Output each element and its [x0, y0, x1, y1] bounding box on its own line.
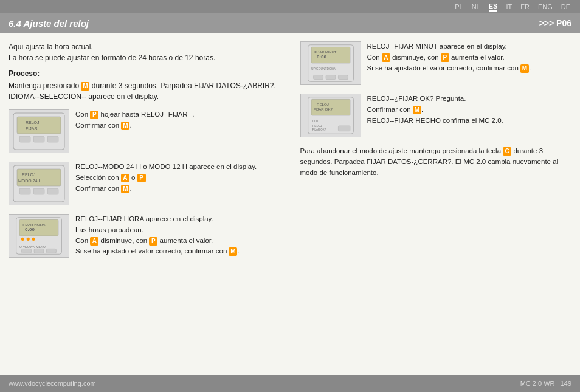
- step-text-2: RELOJ--MODO 24 H o MODO 12 H aparece en …: [75, 162, 280, 194]
- svg-rect-1: [17, 117, 61, 134]
- process-text: Mantenga presionado M durante 3 segundos…: [9, 80, 280, 102]
- device-svg-3: FIJAR HORA 0:00 UP/DOWN MENU: [12, 216, 66, 255]
- nav-eng[interactable]: ENG: [538, 3, 553, 10]
- svg-rect-40: [338, 126, 350, 131]
- footer-product: MC 2.0 WR 149: [520, 380, 571, 387]
- svg-text:0:00: 0:00: [316, 54, 326, 60]
- footer-url: www.vdocyclecomputing.com: [9, 380, 96, 387]
- top-nav: PL NL ES IT FR ENG DE: [0, 0, 580, 13]
- key-p-3: P: [149, 237, 157, 246]
- svg-text:FIJAR: FIJAR: [26, 126, 37, 131]
- svg-rect-32: [338, 75, 348, 80]
- key-p-1: P: [90, 111, 98, 119]
- svg-text:RELOJ: RELOJ: [312, 125, 322, 128]
- key-m-3: M: [229, 247, 237, 256]
- svg-rect-5: [33, 136, 44, 142]
- step-row-3: FIJAR HORA 0:00 UP/DOWN MENU RELOJ--FIJA…: [9, 214, 280, 258]
- nav-de[interactable]: DE: [561, 3, 570, 10]
- right-device-svg-1: FIJAR MINUT 0:00 UP/COUNTDOWN: [304, 44, 357, 83]
- step-text-3: RELOJ--FIJAR HORA aparece en el display.…: [75, 214, 280, 257]
- key-m-1: M: [121, 122, 129, 130]
- device-svg-2: RELOJ MODO 24 H: [12, 164, 66, 203]
- svg-rect-6: [47, 136, 58, 142]
- svg-rect-31: [326, 75, 336, 80]
- svg-text:FIJAR OK?: FIJAR OK?: [312, 128, 326, 131]
- step-image-1: RELOJ FIJAR: [9, 109, 69, 153]
- svg-rect-23: [34, 249, 44, 253]
- step-row-1: RELOJ FIJAR Con P hojear hasta RELOJ--FI…: [9, 109, 280, 153]
- header-bar: 6.4 Ajuste del reloj >>> P06: [0, 13, 580, 33]
- nav-es[interactable]: ES: [489, 2, 498, 12]
- svg-text:MODO 24 H: MODO 24 H: [18, 179, 42, 183]
- intro-line1: Aquí ajusta la hora actual. La hora se p…: [9, 41, 280, 63]
- svg-point-20: [32, 238, 35, 241]
- svg-text:000: 000: [312, 119, 317, 123]
- right-step-image-1: FIJAR MINUT 0:00 UP/COUNTDOWN: [300, 41, 361, 85]
- page-number: >>> P06: [539, 18, 571, 28]
- footer: www.vdocyclecomputing.com MC 2.0 WR 149: [0, 375, 580, 392]
- svg-rect-24: [46, 249, 56, 253]
- svg-text:0:00: 0:00: [25, 227, 35, 232]
- key-a-2: A: [121, 174, 129, 182]
- key-p-r1: P: [441, 53, 449, 62]
- step-text-1: Con P hojear hasta RELOJ--FIJAR--.Confir…: [75, 109, 280, 131]
- right-column: FIJAR MINUT 0:00 UP/COUNTDOWN RELOJ--FIJ…: [289, 41, 572, 375]
- nav-it[interactable]: IT: [506, 3, 512, 10]
- main-content: Aquí ajusta la hora actual. La hora se p…: [0, 33, 580, 375]
- nav-pl[interactable]: PL: [455, 3, 463, 10]
- right-device-svg-2: RELOJ FIJAR OK? 000 RELOJ FIJAR OK?: [304, 96, 357, 135]
- svg-rect-4: [19, 136, 30, 142]
- svg-text:FIJAR OK?: FIJAR OK?: [313, 107, 333, 111]
- svg-text:UP/DOWN MENU: UP/DOWN MENU: [19, 245, 46, 249]
- svg-text:UP/COUNTDOWN: UP/COUNTDOWN: [311, 67, 336, 70]
- svg-rect-22: [22, 249, 32, 253]
- key-m-2: M: [121, 185, 129, 193]
- svg-rect-11: [19, 188, 30, 194]
- svg-point-19: [27, 238, 30, 241]
- bottom-paragraph: Para abandonar el modo de ajuste manteng…: [300, 146, 572, 178]
- key-m-r1: M: [520, 64, 529, 73]
- key-a-r1: A: [382, 53, 390, 62]
- key-c-para: C: [503, 147, 511, 156]
- nav-fr[interactable]: FR: [520, 3, 530, 10]
- right-step-text-1: RELOJ--FIJAR MINUT aparece en el display…: [367, 41, 572, 74]
- svg-rect-8: [17, 169, 61, 186]
- right-step-text-2: RELOJ--¿FIJAR OK? Pregunta.Confirmar con…: [367, 94, 572, 126]
- right-step-row-2: RELOJ FIJAR OK? 000 RELOJ FIJAR OK? RELO…: [300, 94, 572, 137]
- svg-text:RELOJ: RELOJ: [26, 120, 40, 125]
- process-label: Proceso:: [9, 69, 280, 78]
- right-step-row-1: FIJAR MINUT 0:00 UP/COUNTDOWN RELOJ--FIJ…: [300, 41, 572, 85]
- left-column: Aquí ajusta la hora actual. La hora se p…: [9, 41, 289, 375]
- svg-text:RELOJ: RELOJ: [316, 102, 328, 106]
- svg-rect-12: [33, 188, 44, 194]
- step-image-2: RELOJ MODO 24 H: [9, 162, 69, 205]
- svg-text:FIJAR HORA: FIJAR HORA: [22, 222, 46, 227]
- right-step-image-2: RELOJ FIJAR OK? 000 RELOJ FIJAR OK?: [300, 94, 361, 137]
- device-svg-1: RELOJ FIJAR: [12, 112, 66, 151]
- svg-rect-30: [313, 75, 323, 80]
- svg-point-18: [21, 238, 24, 241]
- key-p-2: P: [137, 174, 146, 182]
- nav-nl[interactable]: NL: [472, 3, 480, 10]
- svg-rect-13: [47, 188, 58, 194]
- key-a-3: A: [90, 237, 98, 246]
- svg-text:FIJAR MINUT: FIJAR MINUT: [314, 50, 336, 54]
- page-title: 6.4 Ajuste del reloj: [9, 18, 89, 29]
- key-m-r2: M: [413, 106, 421, 114]
- step-row-2: RELOJ MODO 24 H RELOJ--MODO 24 H o MODO …: [9, 162, 280, 205]
- step-image-3: FIJAR HORA 0:00 UP/DOWN MENU: [9, 214, 69, 258]
- key-m-badge: M: [81, 82, 89, 91]
- svg-text:RELOJ: RELOJ: [22, 173, 36, 177]
